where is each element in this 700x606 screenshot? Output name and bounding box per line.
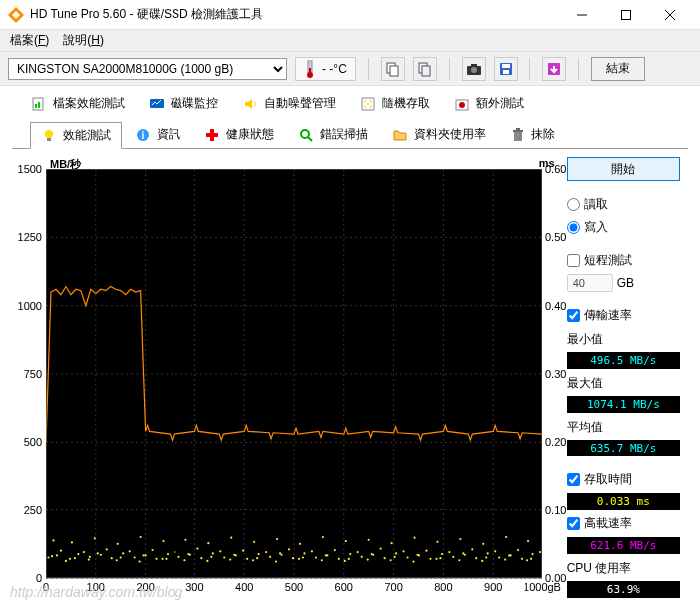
svg-point-115 [439, 557, 441, 559]
svg-point-33 [301, 130, 309, 138]
health-icon [204, 127, 220, 143]
svg-point-58 [89, 556, 91, 558]
svg-point-9 [471, 67, 477, 73]
save-button[interactable] [494, 57, 518, 81]
tab-error-scan[interactable]: 錯誤掃描 [287, 121, 379, 148]
copy-info-button[interactable] [381, 57, 405, 81]
bulb-icon [41, 127, 57, 143]
svg-point-76 [292, 557, 294, 559]
copy-screenshot-button[interactable] [413, 57, 437, 81]
svg-point-160 [481, 560, 483, 562]
options-button[interactable] [542, 57, 566, 81]
svg-point-97 [531, 553, 533, 555]
tab-benchmark[interactable]: 效能測試 [30, 122, 122, 149]
svg-point-153 [321, 559, 323, 561]
svg-point-146 [161, 558, 163, 560]
svg-point-141 [539, 551, 541, 553]
svg-point-131 [311, 550, 313, 552]
short-test-size-input[interactable] [567, 274, 613, 292]
scan-icon [298, 127, 314, 143]
svg-rect-10 [471, 64, 477, 67]
svg-point-118 [508, 554, 510, 556]
tab-erase[interactable]: 抹除 [499, 121, 566, 148]
svg-point-139 [494, 550, 496, 552]
tab-info[interactable]: i資訊 [124, 121, 191, 148]
svg-point-56 [69, 558, 71, 560]
access-time-checkbox[interactable] [567, 473, 580, 486]
speaker-icon [242, 96, 258, 112]
short-test-checkbox[interactable] [567, 254, 580, 267]
tab-extra-tests[interactable]: 額外測試 [443, 90, 534, 117]
svg-point-74 [269, 556, 271, 558]
svg-point-129 [265, 551, 267, 553]
svg-rect-5 [390, 66, 398, 76]
svg-point-59 [100, 554, 102, 556]
window-title: HD Tune Pro 5.60 - 硬碟/SSD 檢測維護工具 [30, 6, 560, 23]
svg-point-181 [459, 538, 461, 540]
svg-point-180 [436, 541, 438, 543]
svg-point-162 [526, 559, 528, 561]
svg-point-177 [368, 539, 370, 541]
svg-point-70 [223, 556, 225, 558]
svg-point-182 [482, 543, 484, 545]
file-perf-icon [31, 96, 47, 112]
svg-point-24 [370, 106, 372, 108]
tab-disk-monitor[interactable]: 磁碟監控 [138, 90, 229, 117]
svg-point-21 [370, 100, 372, 102]
menu-help[interactable]: 說明(H) [57, 30, 110, 51]
menu-file[interactable]: 檔案(F) [4, 30, 55, 51]
svg-point-80 [338, 558, 340, 560]
tab-file-benchmark[interactable]: 檔案效能測試 [20, 90, 136, 117]
svg-text:i: i [142, 130, 145, 141]
start-button[interactable]: 開始 [567, 157, 680, 181]
svg-point-151 [275, 561, 277, 563]
svg-point-155 [367, 558, 369, 560]
svg-point-120 [60, 550, 62, 552]
svg-point-60 [111, 557, 113, 559]
svg-point-171 [230, 537, 232, 539]
svg-point-117 [485, 556, 487, 558]
svg-point-55 [56, 554, 58, 556]
tab-health[interactable]: 健康狀態 [193, 121, 285, 148]
write-label: 寫入 [584, 219, 608, 236]
svg-point-81 [349, 553, 351, 555]
svg-point-113 [393, 556, 395, 558]
svg-rect-17 [38, 102, 40, 108]
svg-point-20 [364, 100, 366, 102]
svg-point-57 [77, 553, 79, 555]
screenshot-button[interactable] [462, 57, 486, 81]
svg-point-121 [83, 551, 85, 553]
svg-point-77 [303, 552, 305, 554]
read-radio[interactable] [567, 198, 580, 211]
svg-point-184 [527, 540, 529, 542]
monitor-icon [149, 96, 165, 112]
svg-rect-32 [206, 133, 218, 137]
svg-point-179 [413, 537, 415, 539]
drive-select[interactable]: KINGSTON SA2000M81000G (1000 gB) [8, 58, 287, 80]
svg-point-148 [206, 560, 208, 562]
svg-point-69 [212, 552, 214, 554]
svg-rect-0 [622, 10, 631, 19]
close-button[interactable] [648, 0, 692, 30]
svg-point-85 [395, 552, 397, 554]
svg-point-90 [452, 556, 454, 558]
svg-point-150 [252, 559, 254, 561]
tab-folder-usage[interactable]: 資料夾使用率 [381, 121, 497, 148]
svg-point-119 [530, 558, 532, 560]
burst-rate-checkbox[interactable] [567, 517, 580, 530]
exit-button[interactable]: 結束 [591, 57, 645, 81]
svg-point-159 [458, 559, 460, 561]
info-icon: i [135, 127, 151, 143]
tab-aam[interactable]: 自動噪聲管理 [231, 90, 347, 117]
thermometer-icon [304, 60, 316, 78]
avg-label: 平均值 [567, 419, 680, 436]
tab-random-access[interactable]: 隨機存取 [349, 90, 441, 117]
transfer-rate-label: 傳輸速率 [584, 307, 632, 324]
svg-point-110 [325, 554, 327, 556]
maximize-button[interactable] [604, 0, 648, 30]
svg-point-65 [167, 553, 169, 555]
minimize-button[interactable] [560, 0, 604, 30]
trash-icon [510, 127, 525, 143]
svg-rect-35 [516, 128, 520, 130]
svg-rect-28 [47, 138, 51, 141]
